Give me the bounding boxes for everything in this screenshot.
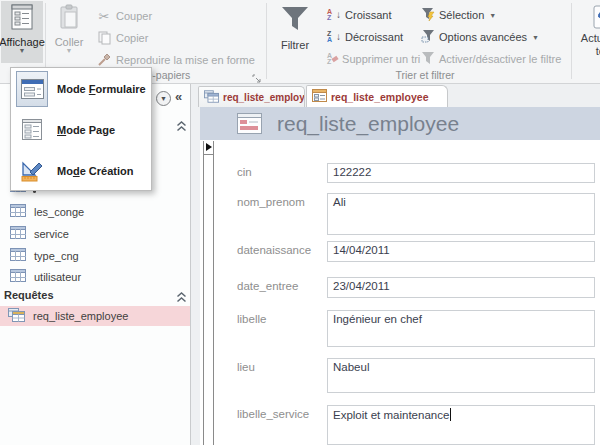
nav-item-label: service bbox=[34, 228, 69, 240]
advanced-options-button[interactable]: Options avancées ▼ bbox=[421, 27, 539, 47]
form-icon bbox=[312, 89, 327, 104]
view-dropdown-menu: Mode Formulaire Mode Page Mode Création bbox=[10, 67, 152, 191]
field-label: libelle_service bbox=[237, 408, 309, 420]
field-row-date-entree: date_entree 23/04/2011 bbox=[200, 277, 600, 298]
datenaissance-input[interactable]: 14/04/2011 bbox=[327, 241, 595, 262]
sort-za-icon: ZA bbox=[327, 31, 332, 44]
selection-button[interactable]: Sélection ▼ bbox=[421, 5, 496, 25]
remove-sort-label: Supprimer un tri bbox=[342, 53, 420, 65]
tables-group-collapse-icon[interactable] bbox=[176, 118, 187, 129]
down-arrow-icon: ↓ bbox=[336, 10, 341, 20]
sort-ascending-label: Croissant bbox=[345, 9, 391, 21]
scissors-icon: ✂ bbox=[96, 9, 112, 24]
menu-item-mode-page[interactable]: Mode Page bbox=[11, 109, 151, 150]
table-icon bbox=[10, 226, 26, 241]
form-title: req_liste_employee bbox=[277, 107, 459, 140]
nom-prenom-input[interactable]: Ali bbox=[327, 193, 595, 235]
field-row-nom-prenom: nom_prenom Ali bbox=[200, 193, 600, 235]
copy-button[interactable]: Copier bbox=[96, 28, 148, 48]
field-label: nom_prenom bbox=[237, 196, 305, 208]
copy-icon bbox=[96, 31, 112, 45]
form-view-menu-icon bbox=[16, 71, 48, 107]
sort-descending-label: Décroissant bbox=[345, 31, 403, 43]
query-icon bbox=[8, 308, 25, 324]
field-row-libelle-service: libelle_service Exploit et maintenance bbox=[200, 405, 600, 445]
remove-sort-button[interactable]: AZ Supprimer un tri bbox=[327, 49, 420, 69]
queries-group-header[interactable]: Requêtes bbox=[0, 285, 190, 305]
ribbon-separator bbox=[571, 3, 572, 79]
toggle-filter-label: Activer/désactiver le filtre bbox=[439, 53, 561, 65]
chevron-down-icon: ▼ bbox=[532, 34, 539, 41]
copy-label: Copier bbox=[116, 32, 148, 44]
toggle-filter-icon bbox=[421, 51, 435, 67]
toggle-filter-button[interactable]: Activer/désactiver le filtre bbox=[421, 49, 561, 69]
sort-az-icon: AZ bbox=[327, 9, 332, 22]
table-icon bbox=[10, 204, 26, 219]
libelle-input[interactable]: Ingénieur en chef bbox=[327, 310, 595, 347]
cut-label: Couper bbox=[116, 10, 152, 22]
sort-ascending-button[interactable]: AZ ↓ Croissant bbox=[327, 5, 392, 25]
nav-item-label: utilisateur bbox=[34, 271, 81, 283]
text-caret bbox=[450, 408, 451, 421]
clipboard-icon bbox=[59, 4, 79, 34]
menu-item-mode-creation[interactable]: Mode Création bbox=[11, 150, 151, 191]
current-record-marker bbox=[204, 141, 213, 155]
field-row-cin: cin 122222 bbox=[200, 163, 600, 183]
libelle-service-input[interactable]: Exploit et maintenance bbox=[327, 405, 595, 445]
field-label: date_entree bbox=[237, 280, 298, 292]
refresh-label-line2: tout bbox=[596, 45, 600, 58]
format-painter-label: Reproduire la mise en forme bbox=[116, 54, 255, 66]
advanced-options-label: Options avancées bbox=[439, 31, 527, 43]
tab-query-req-liste-employee[interactable]: req_liste_employee bbox=[198, 86, 305, 107]
record-arrow-icon bbox=[206, 143, 212, 151]
view-button[interactable]: Affichage ▼ bbox=[1, 1, 43, 63]
layout-view-menu-icon bbox=[16, 112, 48, 148]
field-row-lieu: lieu Nabeul bbox=[200, 358, 600, 393]
filter-button[interactable]: Filtrer bbox=[270, 1, 320, 63]
nav-item-utilisateur[interactable]: utilisateur bbox=[0, 266, 190, 287]
cin-input[interactable]: 122222 bbox=[327, 163, 595, 183]
tab-label: req_liste_employee bbox=[331, 91, 428, 103]
cut-button[interactable]: ✂ Couper bbox=[96, 6, 152, 26]
chevron-down-icon: ▼ bbox=[66, 48, 73, 54]
filter-label: Filtrer bbox=[281, 39, 309, 51]
tab-form-req-liste-employee[interactable]: req_liste_employee bbox=[306, 85, 448, 107]
date-entree-input[interactable]: 23/04/2011 bbox=[327, 277, 595, 298]
selection-label: Sélection bbox=[439, 9, 484, 21]
access-window: Affichage ▼ Coller ▼ ✂ Couper Copier Rep… bbox=[0, 0, 600, 445]
lieu-input[interactable]: Nabeul bbox=[327, 358, 595, 393]
nav-item-type-cng[interactable]: type_cng bbox=[0, 245, 190, 266]
nav-item-req-liste-employee[interactable]: req_liste_employee bbox=[0, 306, 190, 326]
chevron-down-icon: ▼ bbox=[489, 12, 496, 19]
eraser-icon bbox=[331, 56, 338, 63]
field-label: libelle bbox=[237, 313, 266, 325]
advanced-filter-icon bbox=[421, 29, 435, 45]
nav-item-label: type_cng bbox=[34, 250, 79, 262]
field-label: lieu bbox=[237, 361, 255, 373]
sort-descending-button[interactable]: ZA ↓ Décroissant bbox=[327, 27, 403, 47]
refresh-all-button[interactable]: Actualiser tout bbox=[575, 1, 600, 71]
field-label: datenaissance bbox=[237, 244, 311, 256]
nav-item-les-conge[interactable]: les_conge bbox=[0, 201, 190, 222]
refresh-icon bbox=[592, 4, 600, 32]
document-area: req_liste_employee req_liste_employee re… bbox=[191, 84, 600, 445]
nav-item-label: req_liste_employee bbox=[33, 310, 128, 322]
table-icon bbox=[10, 248, 26, 263]
dialog-launcher-icon[interactable] bbox=[252, 70, 262, 80]
field-label: cin bbox=[237, 166, 252, 178]
table-icon bbox=[10, 269, 26, 284]
paste-button[interactable]: Coller ▼ bbox=[49, 1, 89, 63]
chevron-down-icon: ▼ bbox=[19, 48, 26, 54]
nav-item-service[interactable]: service bbox=[0, 223, 190, 244]
queries-group-collapse-icon[interactable] bbox=[176, 289, 187, 300]
sort-filter-group-label: Trier et filtrer bbox=[360, 69, 490, 81]
shutter-close-button[interactable]: « bbox=[175, 89, 182, 104]
query-icon bbox=[204, 90, 219, 105]
menu-item-label: Mode Formulaire bbox=[57, 83, 146, 95]
field-row-libelle: libelle Ingénieur en chef bbox=[200, 310, 600, 347]
nav-menu-dropdown-button[interactable]: ▼ bbox=[156, 91, 171, 106]
form-body: cin 122222 nom_prenom Ali datenaissance … bbox=[200, 140, 600, 445]
menu-item-mode-formulaire[interactable]: Mode Formulaire bbox=[11, 68, 151, 109]
form-view-icon bbox=[9, 4, 35, 34]
nav-item-label: les_conge bbox=[34, 206, 84, 218]
